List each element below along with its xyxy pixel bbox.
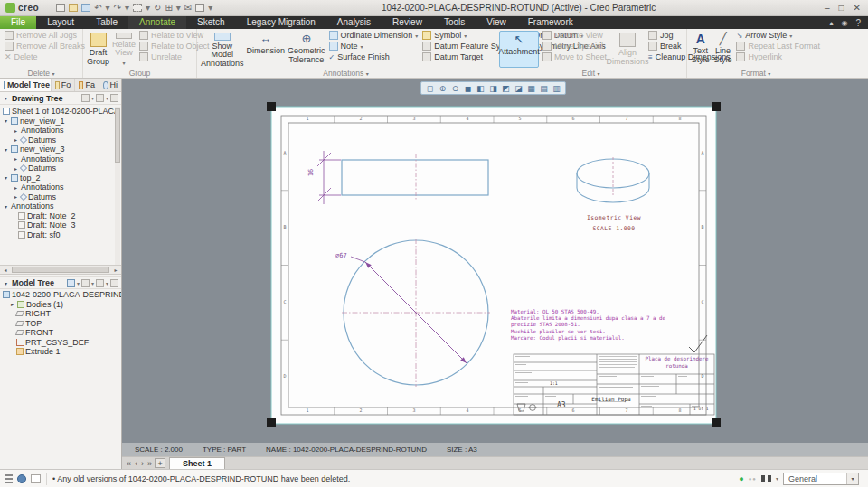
tree-row-part[interactable]: 1042-0200-PLACA-DESPRIND-ROTUND.PRT — [0, 290, 121, 300]
collapse-ribbon-icon[interactable]: ▴ — [829, 19, 833, 27]
mail-icon[interactable]: ✉ — [184, 3, 192, 14]
filter-dropdown-caret[interactable]: ▾ — [846, 473, 858, 484]
scroll-thumb[interactable] — [12, 267, 109, 273]
move-to-view-button[interactable]: Move to View — [542, 31, 608, 40]
note-button[interactable]: Note▾ — [328, 42, 420, 51]
profile-icon[interactable]: ◉ — [841, 19, 847, 27]
redo-icon[interactable]: ↷ — [114, 3, 121, 14]
draft-group-button[interactable]: Draft Group — [87, 31, 109, 68]
tree-row-annotations[interactable]: ▸Annotations — [0, 183, 116, 192]
save-icon[interactable] — [81, 4, 90, 12]
zoom-in-icon[interactable]: ⊕ — [437, 83, 448, 94]
ordinate-dimension-button[interactable]: Ordinate Dimension▾ — [328, 31, 420, 40]
redo-caret[interactable]: ▾ — [125, 3, 129, 14]
drawing-notes[interactable]: Material: OL 50 STAS 500-49. Abaterile l… — [511, 309, 665, 342]
help-icon[interactable]: ? — [855, 18, 861, 28]
model-filter-icon[interactable] — [81, 279, 90, 287]
zoom-box-icon[interactable]: ◻ — [424, 83, 436, 94]
model-tree-show-icon[interactable] — [67, 279, 75, 287]
relate-view-button[interactable]: Relate View▾ — [112, 31, 136, 68]
tab-sketch[interactable]: Sketch — [186, 16, 236, 29]
browser-icon[interactable] — [17, 474, 26, 483]
axis-display-icon[interactable]: ▤ — [538, 83, 550, 94]
tree-settings-icon[interactable] — [96, 94, 104, 102]
tab-favorites[interactable]: Fa — [75, 79, 99, 91]
geometric-tolerance-button[interactable]: ⊕Geometric Tolerance — [288, 31, 326, 68]
new-sheet-button[interactable]: + — [155, 458, 165, 468]
app-logo[interactable]: creo — [0, 3, 44, 13]
tree-row-plane-front[interactable]: FRONT — [0, 328, 121, 338]
note-line[interactable]: precizie STAS 2008-51. — [511, 322, 665, 328]
tab-folder-browser[interactable]: Fo — [52, 79, 76, 91]
tree-columns-icon[interactable] — [110, 94, 118, 102]
model-filter-caret[interactable]: ▾ — [91, 280, 94, 286]
sheet-tab[interactable]: Sheet 1 — [169, 457, 225, 469]
graphics-area[interactable]: 1 2 3 4 5 6 7 8 1 2 3 4 5 6 7 8 A B C D … — [122, 79, 868, 443]
tree-row-datums[interactable]: ▸Datums — [0, 136, 116, 145]
plane-display-icon[interactable]: ▦ — [525, 83, 537, 94]
tab-tools[interactable]: Tools — [433, 16, 476, 29]
note-line[interactable]: Material: OL 50 STAS 500-49. — [511, 309, 665, 315]
drawing-sheet[interactable] — [267, 102, 721, 427]
windows-icon[interactable]: ⊞ — [165, 3, 172, 14]
print-icon[interactable] — [195, 4, 204, 12]
format-group-label[interactable]: Format ▾ — [687, 69, 825, 78]
sheet-corner-handle[interactable] — [712, 102, 721, 111]
drawing-tree-vscrollbar[interactable] — [115, 107, 120, 265]
search-binoculars-icon[interactable] — [761, 475, 771, 482]
drawing-tree-collapse-icon[interactable]: ▾ — [3, 95, 9, 101]
next-sheet-icon[interactable]: › — [140, 459, 145, 468]
tree-row-csys[interactable]: PRT_CSYS_DEF — [0, 338, 121, 348]
csys-display-icon[interactable]: ▥ — [551, 83, 562, 94]
remove-all-jogs-button[interactable]: Remove All Jogs — [4, 31, 86, 40]
tab-legacy-migration[interactable]: Legacy Migration — [236, 16, 326, 29]
qat-customize-caret[interactable]: ▾ — [208, 3, 212, 14]
last-sheet-icon[interactable]: » — [146, 459, 153, 468]
tree-row-bodies[interactable]: ▸Bodies (1) — [0, 300, 121, 310]
zoom-out-icon[interactable]: ⊖ — [449, 83, 461, 94]
tree-row-annotations-root[interactable]: ▾Annotations — [0, 201, 116, 211]
minimize-button[interactable]: – — [825, 3, 830, 13]
tree-row-datums[interactable]: ▸Datums — [0, 192, 116, 202]
move-to-sheet-button[interactable]: Move to Sheet — [542, 52, 608, 61]
tab-framework[interactable]: Framework — [517, 16, 584, 29]
select-box-icon[interactable] — [133, 4, 142, 12]
model-show-caret[interactable]: ▾ — [77, 280, 80, 286]
selection-filter-dropdown[interactable]: General ▾ — [783, 473, 859, 485]
show-model-annotations-button[interactable]: Show Model Annotations — [201, 31, 244, 68]
shading-icon[interactable]: ◧ — [475, 83, 486, 94]
repeat-last-format-button[interactable]: Repeat Last Format — [735, 42, 821, 51]
note-line[interactable]: Marcare: Codul placii si materialul. — [511, 335, 665, 342]
tree-settings-caret[interactable]: ▾ — [106, 95, 108, 101]
scroll-left-icon[interactable]: ◂ — [0, 267, 11, 273]
tab-review[interactable]: Review — [382, 16, 433, 29]
surface-finish-button[interactable]: ✓Surface Finish — [328, 52, 420, 61]
navigator-toggle-icon[interactable] — [5, 474, 13, 483]
select-caret[interactable]: ▾ — [146, 3, 150, 14]
dimension-67-text[interactable]: ⌀67 — [335, 252, 347, 259]
fullscreen-toggle-icon[interactable] — [31, 474, 41, 483]
text-style-button[interactable]: AText Style — [691, 31, 711, 68]
new-file-icon[interactable] — [56, 4, 65, 12]
tree-row-view[interactable]: ▾top_2 — [0, 173, 116, 183]
first-sheet-icon[interactable]: « — [126, 459, 132, 468]
line-style-button[interactable]: ╱Line Style — [713, 31, 733, 68]
tree-row-datums[interactable]: ▸Datums — [0, 164, 116, 173]
scroll-right-icon[interactable]: ▸ — [110, 267, 121, 273]
note-line[interactable]: Abaterile limita a dimensiuni dupa clasa… — [511, 315, 665, 322]
tab-table[interactable]: Table — [85, 16, 128, 29]
tree-row-draft-note[interactable]: Draft: Note_3 — [0, 220, 116, 230]
iso-view-caption[interactable]: Isometric View — [570, 214, 658, 220]
sheet-corner-handle[interactable] — [267, 102, 276, 111]
iso-view-scale[interactable]: SCALE 1.000 — [570, 225, 658, 231]
search-caret[interactable]: ▾ — [776, 475, 778, 482]
tree-filter-caret[interactable]: ▾ — [91, 95, 94, 101]
delete-group-label[interactable]: Delete ▾ — [0, 69, 82, 78]
windows-caret[interactable]: ▾ — [176, 3, 181, 14]
sheet-corner-handle[interactable] — [267, 418, 276, 427]
open-file-icon[interactable] — [69, 4, 78, 12]
close-button[interactable]: ✕ — [854, 3, 861, 13]
tree-row-draft-sf[interactable]: Draft: sf0 — [0, 230, 116, 240]
prev-sheet-icon[interactable]: ‹ — [134, 459, 138, 468]
tab-file[interactable]: File — [0, 16, 36, 29]
